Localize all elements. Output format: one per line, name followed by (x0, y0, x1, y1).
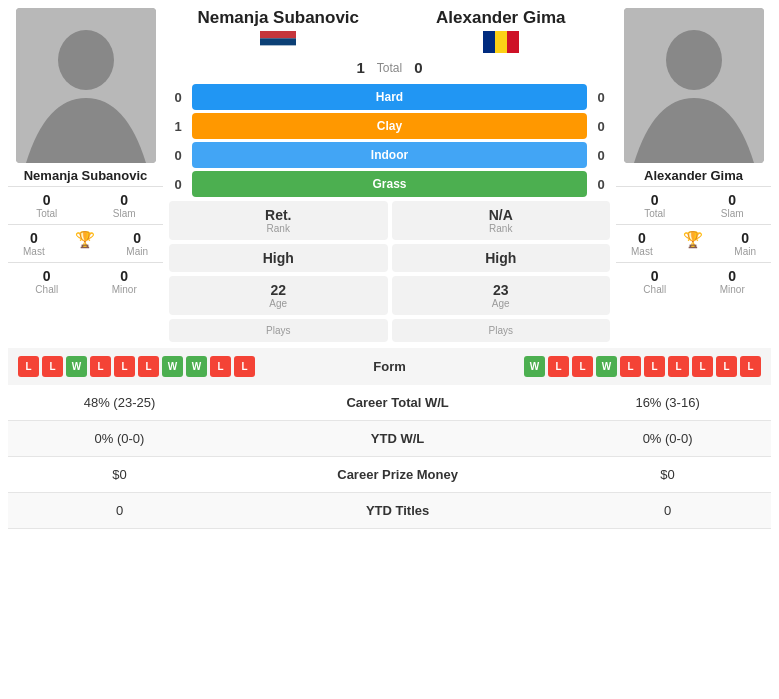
left-form-badge-l: L (234, 356, 255, 377)
right-stats-row-2: 0 Mast 🏆 0 Main (616, 224, 771, 262)
svg-rect-7 (507, 31, 519, 53)
right-name-center: Alexander Gima (392, 8, 611, 53)
right-form-badge-w: W (596, 356, 617, 377)
left-chall-stat: 0 Chall (22, 268, 72, 295)
right-flag (392, 31, 611, 53)
form-container: LLWLLLWWLL Form WLLWLLLLLL (8, 348, 771, 385)
left-chall-value: 0 (43, 268, 51, 284)
left-rank-label: Rank (173, 223, 384, 234)
left-chall-label: Chall (35, 284, 58, 295)
left-player-column: Nemanja Subanovic 0 Total 0 Slam 0 (8, 8, 163, 300)
left-mast-label: Mast (23, 246, 45, 257)
left-stats-row-2: 0 Mast 🏆 0 Main (8, 224, 163, 262)
left-age-value: 22 (173, 282, 384, 298)
right-trophy-icon: 🏆 (668, 230, 718, 257)
right-high-value: High (396, 250, 607, 266)
total-left-score: 1 (356, 59, 364, 76)
svg-rect-6 (495, 31, 507, 53)
svg-rect-5 (483, 31, 495, 53)
left-form-badges: LLWLLLWWLL (18, 356, 349, 377)
left-form-badge-l: L (210, 356, 231, 377)
right-slam-stat: 0 Slam (707, 192, 757, 219)
age-row: 22 Age 23 Age (169, 276, 610, 315)
left-rank-box: Ret. Rank (169, 201, 388, 240)
left-player-stats: 0 Total 0 Slam 0 Mast 🏆 (8, 186, 163, 300)
form-label: Form (355, 359, 425, 374)
right-player-avatar (624, 8, 764, 163)
stat-label-2: Career Prize Money (231, 457, 564, 493)
stat-right-0: 16% (3-16) (564, 385, 771, 421)
hard-surface-button[interactable]: Hard (192, 84, 587, 110)
clay-surface-row: 1 Clay 0 (169, 113, 610, 139)
left-plays-box: Plays (169, 319, 388, 342)
right-rank-value: N/A (396, 207, 607, 223)
svg-rect-3 (260, 38, 296, 45)
right-form-badges: WLLWLLLLLL (431, 356, 762, 377)
right-main-label: Main (734, 246, 756, 257)
grass-surface-button[interactable]: Grass (192, 171, 587, 197)
plays-row: Plays Plays (169, 319, 610, 342)
stat-right-1: 0% (0-0) (564, 421, 771, 457)
center-column: Nemanja Subanovic Alexander Gima (169, 8, 610, 342)
right-form-badge-l: L (716, 356, 737, 377)
left-minor-label: Minor (112, 284, 137, 295)
right-total-stat: 0 Total (630, 192, 680, 219)
left-player-avatar (16, 8, 156, 163)
left-cn-name: Nemanja Subanovic (169, 8, 388, 28)
right-rank-label: Rank (396, 223, 607, 234)
right-form-badge-l: L (668, 356, 689, 377)
rank-high-boxes: Ret. Rank N/A Rank (169, 201, 610, 240)
left-form-badge-w: W (66, 356, 87, 377)
stat-right-3: 0 (564, 493, 771, 529)
clay-left-score: 1 (169, 119, 187, 134)
right-age-label: Age (396, 298, 607, 309)
right-mast-label: Mast (631, 246, 653, 257)
stats-row-3: 0 YTD Titles 0 (8, 493, 771, 529)
left-form-badge-l: L (138, 356, 159, 377)
right-form-badge-l: L (644, 356, 665, 377)
left-high-value: High (173, 250, 384, 266)
serbia-flag-icon (260, 31, 296, 53)
left-form-badge-w: W (186, 356, 207, 377)
left-high-box: High (169, 244, 388, 272)
right-plays-label: Plays (396, 325, 607, 336)
indoor-surface-button[interactable]: Indoor (192, 142, 587, 168)
left-total-stat: 0 Total (22, 192, 72, 219)
right-minor-stat: 0 Minor (707, 268, 757, 295)
right-form-badge-l: L (548, 356, 569, 377)
indoor-left-score: 0 (169, 148, 187, 163)
left-mast-stat: 0 Mast (9, 230, 59, 257)
right-age-box: 23 Age (392, 276, 611, 315)
grass-surface-row: 0 Grass 0 (169, 171, 610, 197)
stats-row-1: 0% (0-0) YTD W/L 0% (0-0) (8, 421, 771, 457)
stat-left-2: $0 (8, 457, 231, 493)
right-chall-label: Chall (643, 284, 666, 295)
right-form-badge-l: L (692, 356, 713, 377)
stat-right-2: $0 (564, 457, 771, 493)
left-main-stat: 0 Main (112, 230, 162, 257)
clay-surface-button[interactable]: Clay (192, 113, 587, 139)
right-main-value: 0 (741, 230, 749, 246)
surface-area: 0 Hard 0 1 Clay 0 0 Indoor 0 (169, 84, 610, 197)
right-plays-box: Plays (392, 319, 611, 342)
left-form-badge-w: W (162, 356, 183, 377)
right-total-value: 0 (651, 192, 659, 208)
right-age-value: 23 (396, 282, 607, 298)
stats-row-0: 48% (23-25) Career Total W/L 16% (3-16) (8, 385, 771, 421)
indoor-surface-row: 0 Indoor 0 (169, 142, 610, 168)
hard-right-score: 0 (592, 90, 610, 105)
right-player-column: Alexander Gima 0 Total 0 Slam 0 (616, 8, 771, 300)
high-row: High High (169, 244, 610, 272)
total-right-score: 0 (414, 59, 422, 76)
bottom-stats-table: 48% (23-25) Career Total W/L 16% (3-16) … (8, 385, 771, 529)
left-slam-value: 0 (120, 192, 128, 208)
hard-surface-row: 0 Hard 0 (169, 84, 610, 110)
right-minor-value: 0 (728, 268, 736, 284)
indoor-right-score: 0 (592, 148, 610, 163)
left-main-label: Main (126, 246, 148, 257)
right-player-stats: 0 Total 0 Slam 0 Mast 🏆 (616, 186, 771, 300)
left-age-box: 22 Age (169, 276, 388, 315)
main-wrapper: Nemanja Subanovic 0 Total 0 Slam 0 (0, 0, 779, 537)
right-mast-stat: 0 Mast (617, 230, 667, 257)
stat-label-3: YTD Titles (231, 493, 564, 529)
